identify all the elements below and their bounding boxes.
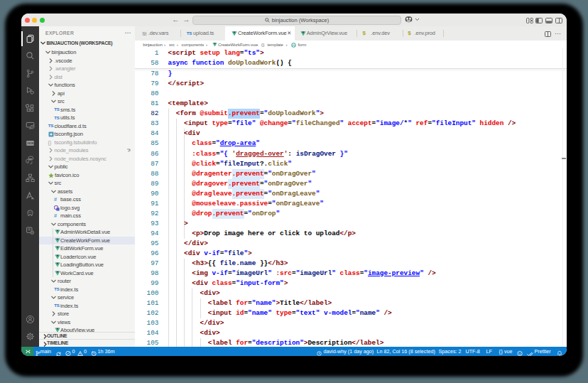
svg-text:JSON: JSON <box>27 142 34 145</box>
